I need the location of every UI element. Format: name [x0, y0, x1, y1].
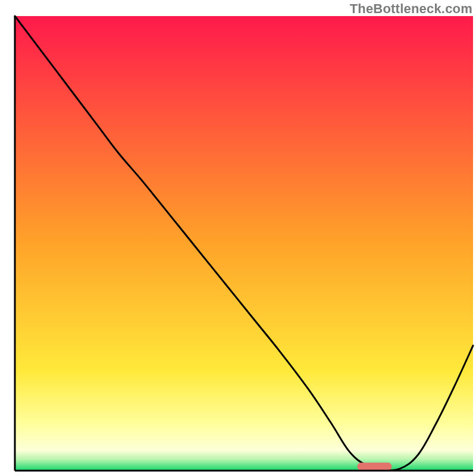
- plot-background: [15, 16, 473, 471]
- bottleneck-chart: [0, 0, 476, 476]
- chart-container: TheBottleneck.com: [0, 0, 476, 476]
- minimum-marker: [358, 463, 392, 471]
